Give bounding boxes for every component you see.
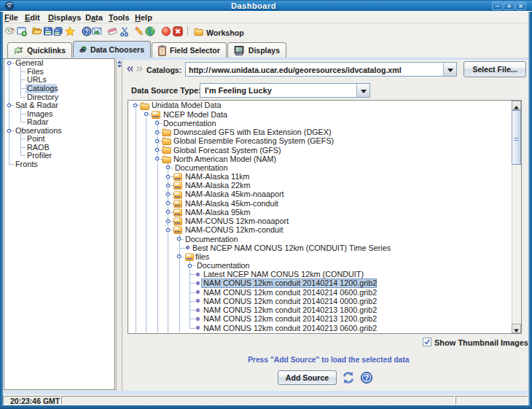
svg-text:?: ? bbox=[364, 373, 369, 382]
svg-text:?: ? bbox=[85, 28, 88, 35]
